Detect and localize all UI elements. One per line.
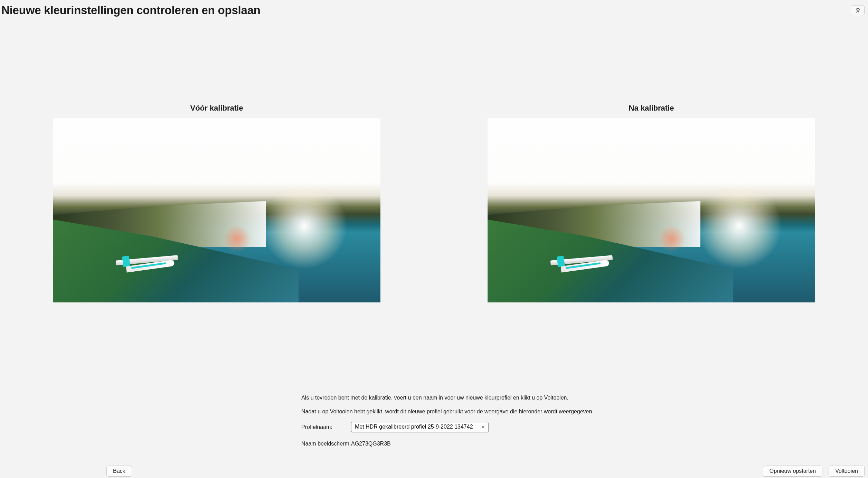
- profile-name-row: Profielnaam: ✕: [301, 422, 868, 432]
- profile-name-input[interactable]: [351, 422, 489, 432]
- display-name-label: Naam beeldscherm:: [301, 441, 351, 447]
- page-header: Nieuwe kleurinstellingen controleren en …: [0, 0, 868, 21]
- after-panel: Na kalibratie: [488, 104, 815, 302]
- lens-flare-effect: [658, 225, 686, 253]
- sun-glow-effect: [261, 183, 348, 269]
- comparison-container: Vóór kalibratie Na kalibratie: [0, 104, 868, 302]
- instruction-line-1: Als u tevreden bent met de kalibratie, v…: [301, 394, 868, 402]
- after-label: Na kalibratie: [629, 104, 674, 113]
- before-preview-image: [53, 118, 380, 302]
- after-preview-image: [488, 118, 815, 302]
- pin-icon: [855, 8, 860, 13]
- clear-input-button[interactable]: ✕: [479, 423, 487, 431]
- airplane-graphic: [540, 253, 616, 280]
- instruction-line-2: Nadat u op Voltooien hebt geklikt, wordt…: [301, 408, 868, 415]
- profile-name-label: Profielnaam:: [301, 424, 351, 430]
- page-title: Nieuwe kleurinstellingen controleren en …: [1, 4, 261, 17]
- footer-buttons: Back Opnieuw opstarten Voltooien: [0, 466, 865, 477]
- finish-button[interactable]: Voltooien: [829, 466, 865, 477]
- form-section: Als u tevreden bent met de kalibratie, v…: [301, 394, 868, 455]
- display-name-value: AG273QG3R3B: [351, 441, 391, 447]
- airplane-graphic: [105, 253, 181, 280]
- close-icon: ✕: [481, 424, 485, 430]
- restart-button[interactable]: Opnieuw opstarten: [763, 466, 822, 477]
- before-label: Vóór kalibratie: [190, 104, 243, 113]
- pin-button[interactable]: [851, 6, 865, 15]
- lens-flare-effect: [223, 225, 251, 253]
- profile-name-input-wrapper: ✕: [351, 422, 489, 432]
- sun-glow-effect: [696, 183, 782, 269]
- display-name-row: Naam beeldscherm: AG273QG3R3B: [301, 441, 868, 447]
- back-button[interactable]: Back: [106, 466, 132, 477]
- before-panel: Vóór kalibratie: [53, 104, 380, 302]
- primary-button-group: Opnieuw opstarten Voltooien: [763, 466, 865, 477]
